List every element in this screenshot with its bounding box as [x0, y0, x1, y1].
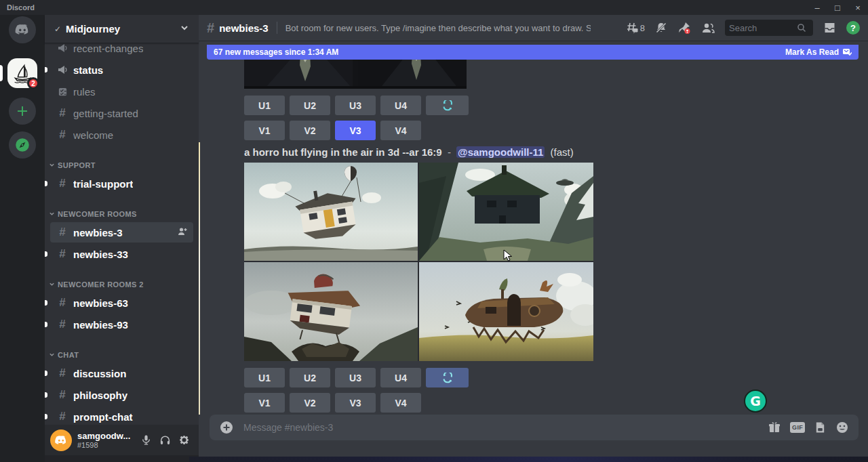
- upscale-row-2: U1 U2 U3 U4: [244, 368, 473, 387]
- section-newcomer-rooms-2[interactable]: NEWCOMER ROOMS 2: [45, 274, 199, 291]
- section-chat[interactable]: CHAT: [45, 344, 199, 362]
- channel-label: discussion: [73, 368, 126, 379]
- new-messages-banner[interactable]: 67 new messages since 1:34 AM Mark As Re…: [207, 45, 859, 60]
- hash-icon: #: [56, 128, 69, 142]
- channel-label: newbies-93: [73, 319, 128, 331]
- user-avatar[interactable]: [50, 429, 72, 451]
- variation-row-2: V1 V2 V3 V4: [244, 393, 426, 413]
- section-label: CHAT: [58, 351, 79, 359]
- prompt-text: a horro hut flying in the air in 3d --ar…: [244, 146, 442, 158]
- v3-button-active[interactable]: V3: [335, 121, 376, 140]
- close-button[interactable]: ×: [848, 0, 868, 15]
- search-input[interactable]: [729, 23, 797, 33]
- u1-button[interactable]: U1: [244, 96, 285, 115]
- u2-button[interactable]: U2: [290, 96, 330, 115]
- reroll-button[interactable]: [426, 368, 469, 387]
- v4-button[interactable]: V4: [380, 121, 421, 140]
- image-flying-house-balloons[interactable]: [244, 163, 418, 261]
- deafen-button[interactable]: [155, 431, 174, 450]
- compass-icon: [14, 136, 31, 154]
- server-header[interactable]: ✓ Midjourney: [45, 15, 199, 43]
- sidebar-item-trial-support[interactable]: # trial-support: [50, 173, 193, 194]
- u1-button[interactable]: U1: [244, 368, 285, 387]
- hash-icon: #: [56, 106, 69, 120]
- reroll-button[interactable]: [426, 96, 469, 115]
- minimize-button[interactable]: –: [807, 0, 827, 15]
- sidebar-item-welcome[interactable]: # welcome: [50, 125, 193, 145]
- pin-icon: [677, 21, 691, 35]
- hash-icon: #: [56, 410, 69, 423]
- u3-button[interactable]: U3: [335, 96, 376, 115]
- channel-topic[interactable]: Bot room for new users. Type /imagine th…: [285, 23, 591, 33]
- message-input[interactable]: [243, 422, 759, 433]
- section-newcomer-rooms[interactable]: NEWCOMER ROOMS: [45, 203, 199, 221]
- explore-servers-button[interactable]: [9, 131, 36, 159]
- channel-label: newbies-33: [73, 249, 128, 260]
- header-divider: [277, 22, 277, 34]
- sidebar-item-status[interactable]: status: [50, 60, 193, 80]
- sidebar-item-philosophy[interactable]: # philosophy: [50, 385, 193, 405]
- chevron-down-icon: [49, 281, 55, 287]
- generated-image-grid[interactable]: [244, 163, 593, 361]
- attach-file-button[interactable]: [219, 420, 234, 435]
- inbox-icon: [823, 21, 837, 35]
- image-cabin-mountains[interactable]: [419, 163, 593, 261]
- v4-button[interactable]: V4: [380, 393, 421, 413]
- user-settings-button[interactable]: [174, 431, 193, 450]
- member-list-button[interactable]: [701, 21, 715, 35]
- user-info[interactable]: samgoodw... #1598: [77, 431, 130, 449]
- reroll-icon: [442, 373, 453, 383]
- search-box[interactable]: [725, 20, 813, 36]
- v3-button[interactable]: V3: [335, 393, 376, 413]
- channel-label: philosophy: [73, 390, 127, 401]
- u4-button[interactable]: U4: [380, 368, 421, 387]
- gift-button[interactable]: [768, 421, 781, 434]
- section-support[interactable]: SUPPORT: [45, 154, 199, 172]
- u3-button[interactable]: U3: [335, 368, 376, 387]
- gif-button[interactable]: GIF: [790, 422, 805, 433]
- v2-button[interactable]: V2: [290, 393, 330, 413]
- threads-button[interactable]: 8: [625, 21, 645, 35]
- notification-settings-button[interactable]: [654, 21, 668, 35]
- message-composer[interactable]: GIF: [210, 415, 859, 440]
- search-icon: [797, 23, 806, 33]
- sticker-button[interactable]: [814, 421, 827, 434]
- user-mention[interactable]: @samgoodwill-11: [456, 146, 545, 158]
- v1-button[interactable]: V1: [244, 121, 285, 140]
- sidebar-item-newbies-33[interactable]: # newbies-33: [50, 244, 193, 264]
- help-button[interactable]: ?: [846, 21, 860, 35]
- sidebar-item-recent-changes[interactable]: recent-changes: [50, 43, 193, 58]
- u2-button[interactable]: U2: [290, 368, 330, 387]
- sidebar-item-discussion[interactable]: # discussion: [50, 363, 193, 383]
- sidebar-item-newbies-63[interactable]: # newbies-63: [50, 293, 193, 313]
- mute-mic-button[interactable]: [136, 431, 155, 450]
- sidebar-item-getting-started[interactable]: # getting-started: [50, 103, 193, 123]
- sidebar-item-prompt-chat[interactable]: # prompt-chat: [50, 406, 193, 425]
- maximize-button[interactable]: □: [827, 0, 848, 15]
- hash-bubble-icon: [625, 21, 639, 35]
- mark-read-icon: [842, 48, 852, 56]
- sidebar-item-newbies-93[interactable]: # newbies-93: [50, 314, 193, 335]
- discord-mascot-icon: [54, 433, 68, 448]
- add-server-button[interactable]: [9, 98, 36, 125]
- inbox-button[interactable]: [823, 21, 837, 35]
- invite-people-icon[interactable]: [177, 226, 188, 239]
- mark-as-read-button[interactable]: Mark As Read: [785, 47, 852, 57]
- emoji-button[interactable]: [835, 421, 849, 434]
- grammarly-badge[interactable]: G: [744, 390, 767, 413]
- sidebar-item-newbies-3[interactable]: # newbies-3: [50, 222, 193, 243]
- microphone-icon: [140, 434, 152, 446]
- server-mention-badge: 2: [27, 77, 39, 89]
- image-floating-island-house[interactable]: [419, 262, 593, 361]
- prompt-dash: -: [448, 146, 451, 158]
- v2-button[interactable]: V2: [290, 121, 330, 140]
- channel-label: getting-started: [73, 108, 138, 119]
- sidebar-item-rules[interactable]: rules: [50, 81, 193, 102]
- image-crooked-house-rocks[interactable]: [244, 262, 418, 361]
- u4-button[interactable]: U4: [380, 96, 421, 115]
- hash-icon: #: [56, 296, 69, 310]
- home-button[interactable]: [9, 16, 36, 43]
- v1-button[interactable]: V1: [244, 393, 285, 413]
- window-title: Discord: [7, 3, 35, 12]
- pinned-messages-button[interactable]: [677, 21, 691, 35]
